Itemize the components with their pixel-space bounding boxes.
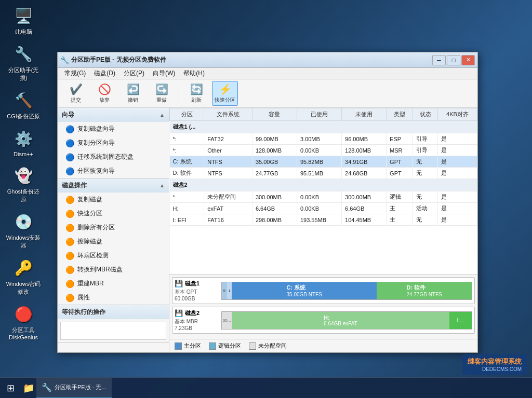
disk2-bar-info: 💾 磁盘2 基本 MBR 7.23GB [175,309,221,331]
badcheck-icon: 🟠 [65,252,74,260]
p1-name: *: [170,133,204,145]
disk2-visual: 💾 磁盘2 基本 MBR 7.23GB 30... [172,307,475,334]
disk1-seg-system[interactable]: C: 系统 35.00GB NTFS [232,282,377,299]
sidebar-diskops-header[interactable]: 磁盘操作 ▲ [58,179,169,193]
sidebar-mbr[interactable]: 🟠 转换到MBR磁盘 [58,263,169,277]
sidebar-deleteall[interactable]: 🟠 删除所有分区 [58,221,169,235]
winpwd-icon: 🔑 [13,257,34,278]
minimize-button[interactable]: ─ [432,55,446,65]
sidebar-diskops-section: 磁盘操作 ▲ 🟠 复制磁盘 🟠 快速分区 🟠 删除所有分区 [58,179,169,305]
desktop-icon-ghost[interactable]: 👻 Ghost备份还原 [5,165,42,203]
sidebar-copydisk[interactable]: 🔵 复制磁盘向导 [58,122,169,136]
disk-visual-area: 💾 磁盘1 基本 GPT 60.00GB 9 [169,274,477,339]
sidebar-restore[interactable]: 🔵 分区恢复向导 [58,164,169,178]
toolbar-redo[interactable]: ↪️ 重做 [149,81,175,106]
sidebar-migrate[interactable]: 🔵 迁移系统到固态硬盘 [58,150,169,164]
legend-primary-color [175,342,182,350]
disk1-bar-right: 9 1 C: 系统 35.00GB NTFS [221,282,472,300]
desktop-icon-winpwd[interactable]: 🔑 Windows密码修改 [5,257,42,296]
sidebar-quickpart2[interactable]: 🟠 快速分区 [58,207,169,221]
col-status: 状态 [413,108,438,121]
disk1-track: 9 1 C: 系统 35.00GB NTFS [221,282,472,300]
menu-disk[interactable]: 磁盘(D) [90,68,119,79]
table-row[interactable]: *: Other 128.00MB 0.00KB 128.00MB MSR 引导… [170,145,477,156]
file-explorer-button[interactable]: 📁 [21,378,36,399]
table-row[interactable]: H: exFAT 6.64GB 0.00KB 6.64GB 主 活动 是 [170,203,477,214]
p1-used: 3.00MB [297,133,341,145]
table-row[interactable]: I: EFI FAT16 298.00MB 193.55MB 104.45MB … [170,214,477,226]
desktop-icon-mypc[interactable]: 🖥️ 此电脑 [5,5,42,36]
disk2-row: 磁盘2 [170,179,477,191]
sidebar-wizard-header[interactable]: 向导 ▲ [58,108,169,122]
diskops-arrow: ▲ [159,183,165,188]
desktop: 🖥️ 此电脑 🔧 分区助手(无损) 🔨 CGI备份还原 ⚙️ Dism++ 👻 … [0,0,532,398]
sidebar-props[interactable]: 🟠 属性 [58,291,169,305]
disk1-seg-msr[interactable]: 1 [227,282,232,299]
menu-normal[interactable]: 常规(G) [60,68,90,79]
submit-icon: ✔️ [70,83,83,95]
disk1-label: 磁盘1 (... [170,121,477,133]
desktop-icon-wininstall[interactable]: 💿 Windows安装器 [5,211,42,250]
toolbar-refresh[interactable]: 🔄 刷新 [183,81,209,106]
winpwd-label: Windows密码修改 [5,280,42,296]
desktop-icon-diskgenius[interactable]: 🔴 分区工具DiskGenius [5,304,42,340]
diskgenius-icon: 🔴 [13,304,34,324]
disk2-bar-right: 30... H: 6.64GB exFAT [221,311,472,330]
desktop-icon-partassist[interactable]: 🔧 分区助手(无损) [5,44,42,82]
legend-primary: 主分区 [175,342,201,350]
desktop-icon-dism[interactable]: ⚙️ Dism++ [5,128,42,157]
sidebar-copydisk2[interactable]: 🟠 复制磁盘 [58,193,169,207]
sidebar-copypart[interactable]: 🔵 复制分区向导 [58,136,169,150]
close-button[interactable]: ✕ [461,55,475,65]
partassist-icon: 🔧 [13,44,34,64]
toolbar-discard[interactable]: 🚫 放弃 [91,81,117,106]
sidebar-rebuildmbr[interactable]: 🟠 重建MBR [58,277,169,291]
sidebar-pending-header[interactable]: 等待执行的操作 [58,305,169,319]
desktop-icon-cgibak[interactable]: 🔨 CGI备份还原 [5,90,42,120]
window-title: 分区助手PE版 - 无损分区免费软件 [71,56,432,64]
dism-icon: ⚙️ [13,128,34,149]
main-panel: 分区 文件系统 容量 已使用 未使用 类型 状态 4KB对齐 [169,108,477,352]
menu-partition[interactable]: 分区(P) [119,68,149,79]
desktop-icons: 🖥️ 此电脑 🔧 分区助手(无损) 🔨 CGI备份还原 ⚙️ Dism++ 👻 … [5,5,42,340]
pending-box [60,322,166,340]
maximize-button[interactable]: □ [447,55,460,65]
disk2-seg-exfat[interactable]: H: 6.64GB exFAT [232,312,449,329]
start-button[interactable]: ⊞ [0,378,21,399]
disk2-bar-row: 💾 磁盘2 基本 MBR 7.23GB 30... [175,309,472,331]
toolbar: ✔️ 提交 🚫 放弃 ↩️ 撤销 ↪️ 重做 🔄 刷新 ⚡ 快速分 [58,79,477,108]
ghost-label: Ghost备份还原 [5,188,42,203]
wininstall-icon: 💿 [13,211,34,232]
cgibak-label: CGI备份还原 [7,113,40,120]
cgibak-icon: 🔨 [13,90,34,111]
table-row[interactable]: D: 软件 NTFS 24.77GB 95.51MB 24.68GB GPT 无… [170,168,477,179]
sidebar: 向导 ▲ 🔵 复制磁盘向导 🔵 复制分区向导 🔵 迁移系统到固态硬盘 [58,108,169,352]
watermark: 继客内容管理系统 DEDECMS.COM [462,354,527,375]
toolbar-quickpart[interactable]: ⚡ 快速分区 [212,81,238,106]
table-row[interactable]: C: 系统 NTFS 35.00GB 95.82MB 34.91GB GPT 无… [170,156,477,168]
sidebar-badcheck[interactable]: 🟠 坏扇区检测 [58,249,169,263]
props-icon: 🟠 [65,294,74,302]
mypc-icon: 🖥️ [13,5,34,26]
quickpart-icon: ⚡ [219,83,232,95]
disk2-track: 30... H: 6.64GB exFAT [221,311,472,330]
p1-4kb: 是 [437,133,477,145]
taskbar-app-item[interactable]: 🔧 分区助手PE版 - 无... [36,378,112,399]
partassist-label: 分区助手(无损) [5,66,42,82]
partition-table-area: 分区 文件系统 容量 已使用 未使用 类型 状态 4KB对齐 [169,108,477,274]
table-row[interactable]: *: FAT32 99.00MB 3.00MB 96.00MB ESP 引导 是 [170,133,477,145]
disk1-seg-esp[interactable]: 9 [222,282,227,299]
toolbar-undo[interactable]: ↩️ 撤销 [120,81,146,106]
table-row[interactable]: * 未分配空间 300.00MB 0.00KB 300.00MB 逻辑 无 是 [170,191,477,203]
disk2-seg-unalloc[interactable]: 30... [222,312,232,329]
disk1-seg-data[interactable]: D: 软件 24.77GB NTFS [377,282,472,299]
menu-wizard[interactable]: 向导(W) [149,68,179,79]
menu-help[interactable]: 帮助(H) [179,68,209,79]
sidebar-wipe[interactable]: 🟠 擦除磁盘 [58,235,169,249]
toolbar-submit[interactable]: ✔️ 提交 [63,81,89,106]
taskbar-app-icon: 🔧 [42,382,52,392]
wipe-icon: 🟠 [65,238,74,246]
window-controls: ─ □ ✕ [432,55,475,65]
disk2-seg-efi[interactable]: I:... [449,312,472,329]
p1-cap: 99.00MB [252,133,297,145]
